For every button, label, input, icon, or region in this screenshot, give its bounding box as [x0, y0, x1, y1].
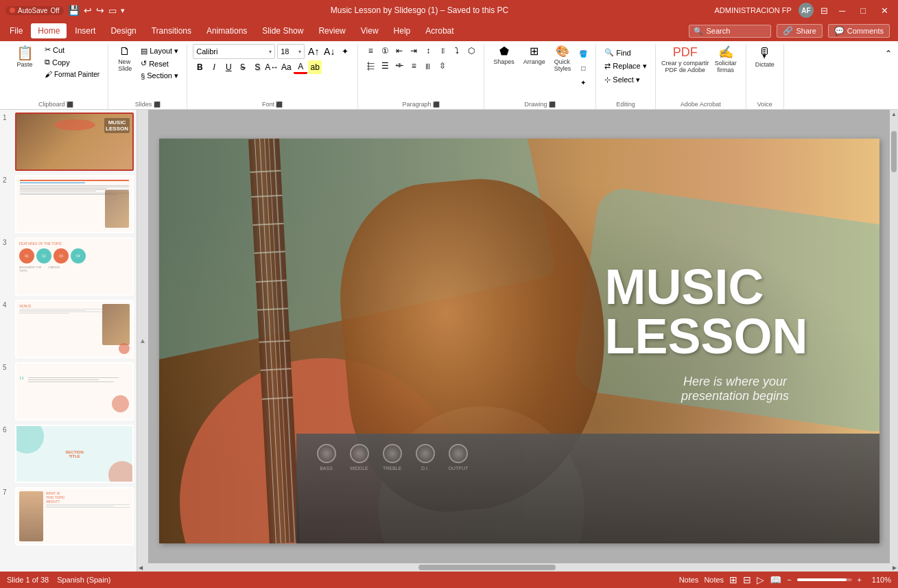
- slide-thumb-1[interactable]: 1 MUSICLESSON: [3, 113, 134, 171]
- slide-img-4[interactable]: VENUS: [15, 300, 134, 358]
- menu-help[interactable]: Help: [387, 23, 418, 38]
- slideshow-view-button[interactable]: ▷: [757, 574, 764, 585]
- normal-view-button[interactable]: ⊞: [729, 574, 737, 585]
- justify-button[interactable]: ≡: [407, 59, 421, 73]
- copy-button[interactable]: ⧉ Copy: [42, 56, 102, 68]
- menu-home[interactable]: Home: [31, 23, 67, 38]
- font-expander[interactable]: ⬛: [276, 102, 283, 108]
- scroll-up-arrow[interactable]: ▲: [891, 111, 897, 117]
- notes-label-text[interactable]: Notes: [704, 576, 724, 584]
- arrange-button[interactable]: ⊞ Arrange: [520, 44, 549, 67]
- dictate-button[interactable]: 🎙 Dictate: [752, 44, 778, 70]
- close-button[interactable]: ✕: [877, 4, 893, 17]
- bottom-scrollbar[interactable]: ◀ ▶: [137, 563, 898, 572]
- knob-treble[interactable]: [383, 444, 402, 463]
- scroll-right-arrow[interactable]: ▶: [891, 565, 898, 571]
- find-button[interactable]: 🔍 Find: [602, 47, 633, 58]
- slide-thumb-5[interactable]: 5 ": [3, 362, 134, 421]
- shape-effects-button[interactable]: ✦: [576, 75, 590, 89]
- slide-thumb-7[interactable]: 7 WHAT ISTHIS TOPICABOUT?: [3, 487, 134, 545]
- search-box[interactable]: 🔍 Search: [689, 25, 771, 38]
- slide-img-2[interactable]: [15, 175, 134, 233]
- notes-button[interactable]: Notes: [679, 576, 699, 584]
- user-avatar[interactable]: AF: [799, 3, 814, 18]
- section-button[interactable]: § Section ▾: [138, 70, 181, 82]
- drawing-expander[interactable]: ⬛: [549, 102, 556, 108]
- text-direction-button[interactable]: ⤵: [450, 44, 464, 58]
- redo-icon[interactable]: ↪: [96, 5, 104, 16]
- shapes-button[interactable]: ⬟ Shapes: [490, 44, 518, 67]
- align-center-button[interactable]: ☰: [378, 59, 392, 73]
- knob-volume[interactable]: [416, 444, 435, 463]
- outline-view-button[interactable]: ⊟: [743, 574, 751, 585]
- decrease-indent-button[interactable]: ⇤: [392, 44, 406, 58]
- slide-thumb-2[interactable]: 2: [3, 175, 134, 233]
- save-icon[interactable]: 💾: [68, 5, 80, 16]
- slide-img-3[interactable]: FEATURES OF THE TOPIC 01 02 03 04 ASSIGM…: [15, 237, 134, 296]
- align-left-button[interactable]: ⬱: [364, 59, 377, 73]
- menu-animations[interactable]: Animations: [200, 23, 254, 38]
- columns-button[interactable]: ⫴: [436, 44, 449, 58]
- menu-file[interactable]: File: [3, 23, 29, 38]
- char-spacing-button[interactable]: A↔: [265, 60, 279, 74]
- scroll-left-arrow[interactable]: ◀: [137, 565, 144, 571]
- menu-insert[interactable]: Insert: [68, 23, 102, 38]
- comments-button[interactable]: 💬 Comments: [828, 24, 890, 38]
- new-slide-button[interactable]: 🗋 NewSlide: [114, 44, 136, 74]
- slide-img-5[interactable]: ": [15, 362, 134, 421]
- paste-button[interactable]: 📋 Paste: [10, 44, 40, 70]
- underline-button[interactable]: U: [222, 60, 235, 74]
- align-right-button[interactable]: ⬲: [392, 59, 406, 73]
- shape-fill-button[interactable]: 🪣: [576, 47, 590, 60]
- line-spacing-button[interactable]: ↕: [421, 44, 435, 58]
- replace-button[interactable]: ⇄ Replace ▾: [602, 60, 649, 72]
- highlight-button[interactable]: ab: [308, 60, 322, 74]
- customize-qat-icon[interactable]: ▾: [121, 6, 125, 15]
- font-case-button[interactable]: Aa: [279, 60, 293, 74]
- menu-slideshow[interactable]: Slide Show: [255, 23, 310, 38]
- convert-to-smartart-button[interactable]: ⬡: [464, 44, 478, 58]
- share-button[interactable]: 🔗 Share: [777, 24, 822, 38]
- slide-img-1[interactable]: MUSICLESSON: [15, 113, 134, 171]
- strikethrough-button[interactable]: S̶: [236, 60, 250, 74]
- zoom-slider[interactable]: [797, 578, 852, 581]
- shape-outline-button[interactable]: □: [576, 61, 590, 75]
- reset-button[interactable]: ↺ Reset: [138, 58, 181, 69]
- quick-styles-button[interactable]: 🎨 QuickStyles: [551, 44, 575, 74]
- menu-transitions[interactable]: Transitions: [145, 23, 198, 38]
- scrollbar-thumb[interactable]: [891, 131, 897, 172]
- numbering-button[interactable]: ①: [378, 44, 392, 58]
- slides-expander[interactable]: ⬛: [154, 102, 161, 108]
- add-remove-columns-button[interactable]: ⫼: [421, 59, 435, 73]
- knob-middle[interactable]: [350, 444, 369, 463]
- knob-bass[interactable]: [317, 444, 336, 463]
- maximize-button[interactable]: □: [856, 4, 870, 17]
- format-painter-button[interactable]: 🖌 Format Painter: [42, 69, 102, 80]
- horizontal-scrollbar-thumb[interactable]: [418, 565, 556, 570]
- ribbon-display-icon[interactable]: ⊟: [820, 5, 828, 16]
- knob-output[interactable]: [449, 444, 468, 463]
- layout-button[interactable]: ▤ Layout ▾: [138, 45, 181, 57]
- slide-img-7[interactable]: WHAT ISTHIS TOPICABOUT?: [15, 487, 134, 545]
- slide-img-6[interactable]: SECTION TITLE: [15, 425, 134, 483]
- clear-formatting-button[interactable]: ✦: [338, 45, 352, 58]
- select-button[interactable]: ⊹ Select ▾: [602, 74, 643, 86]
- zoom-in-button[interactable]: +: [858, 576, 862, 584]
- zoom-out-button[interactable]: −: [787, 576, 791, 584]
- scroll-up-icon[interactable]: ▲: [139, 337, 146, 344]
- cut-button[interactable]: ✂ Cut: [42, 44, 102, 56]
- menu-review[interactable]: Review: [311, 23, 352, 38]
- bold-button[interactable]: B: [193, 60, 206, 74]
- menu-acrobat[interactable]: Acrobat: [418, 23, 460, 38]
- slide-thumb-6[interactable]: 6 SECTION TITLE: [3, 425, 134, 483]
- menu-design[interactable]: Design: [104, 23, 143, 38]
- font-color-button[interactable]: A: [294, 60, 307, 74]
- slide-thumb-4[interactable]: 4 VENUS: [3, 300, 134, 358]
- undo-icon[interactable]: ↩: [84, 5, 92, 16]
- increase-font-button[interactable]: A↑: [307, 45, 320, 58]
- menu-view[interactable]: View: [354, 23, 386, 38]
- paragraph-expander[interactable]: ⬛: [433, 102, 440, 108]
- right-scrollbar[interactable]: ▲ ▼: [890, 110, 898, 572]
- shadow-button[interactable]: S: [250, 60, 264, 74]
- autosave-toggle[interactable]: AutoSave Off: [5, 6, 64, 15]
